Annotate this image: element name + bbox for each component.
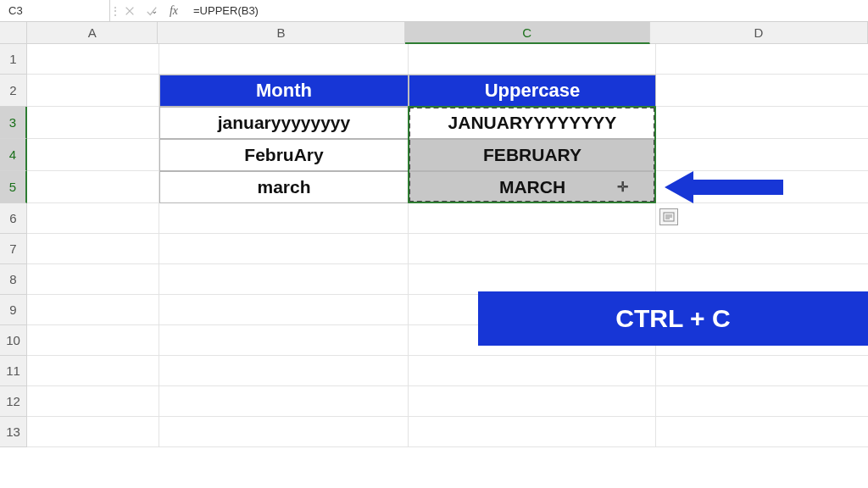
- cell-C1[interactable]: [409, 44, 656, 75]
- cell-A13[interactable]: [27, 417, 159, 447]
- cell-C13[interactable]: [409, 417, 656, 447]
- cell-B13[interactable]: [159, 417, 409, 447]
- accept-formula-icon[interactable]: [141, 0, 163, 21]
- row-header-7[interactable]: 7: [0, 234, 27, 264]
- svg-marker-1: [665, 171, 783, 203]
- cell-B1[interactable]: [159, 44, 409, 75]
- col-header-A[interactable]: A: [27, 22, 158, 44]
- row-header-9[interactable]: 9: [0, 295, 27, 325]
- cell-D6[interactable]: [656, 203, 868, 234]
- cell-D4[interactable]: [656, 139, 868, 171]
- table-header-uppercase[interactable]: Uppercase: [409, 75, 656, 107]
- cell-D13[interactable]: [656, 417, 868, 447]
- cell-B11[interactable]: [159, 356, 409, 386]
- spreadsheet-grid[interactable]: ABCD 12345678910111213 MonthUppercasejan…: [0, 22, 868, 488]
- cell-C11[interactable]: [409, 356, 656, 386]
- cell-upper-3[interactable]: JANUARYYYYYYYY: [409, 107, 656, 139]
- row-header-3[interactable]: 3: [0, 107, 27, 139]
- shortcut-banner: CTRL + C: [478, 291, 868, 346]
- cell-B6[interactable]: [159, 203, 409, 234]
- cell-B8[interactable]: [159, 264, 409, 295]
- cell-A11[interactable]: [27, 356, 159, 386]
- column-headers: ABCD: [27, 22, 868, 44]
- cell-B12[interactable]: [159, 386, 409, 417]
- col-header-D[interactable]: D: [650, 22, 868, 44]
- fx-icon[interactable]: fx: [163, 0, 185, 21]
- cell-D11[interactable]: [656, 356, 868, 386]
- formula-bar-grip-icon: ⋮: [110, 0, 119, 21]
- cell-C7[interactable]: [409, 234, 656, 264]
- row-header-6[interactable]: 6: [0, 203, 27, 234]
- annotation-arrow-icon: [665, 168, 783, 207]
- cell-D1[interactable]: [656, 44, 868, 75]
- cell-upper-5[interactable]: MARCH: [409, 171, 656, 203]
- cell-C6[interactable]: [409, 203, 656, 234]
- cell-D8[interactable]: [656, 264, 868, 295]
- cell-A5[interactable]: [27, 171, 159, 203]
- cell-D7[interactable]: [656, 234, 868, 264]
- row-header-2[interactable]: 2: [0, 75, 27, 107]
- cell-A2[interactable]: [27, 75, 159, 107]
- row-header-10[interactable]: 10: [0, 325, 27, 356]
- col-header-B[interactable]: B: [158, 22, 404, 44]
- cell-A7[interactable]: [27, 234, 159, 264]
- cell-D3[interactable]: [656, 107, 868, 139]
- row-header-4[interactable]: 4: [0, 139, 27, 171]
- cell-A3[interactable]: [27, 107, 159, 139]
- row-header-11[interactable]: 11: [0, 356, 27, 386]
- cell-month-5[interactable]: march: [159, 171, 409, 203]
- row-header-5[interactable]: 5: [0, 171, 27, 203]
- row-headers: 12345678910111213: [0, 44, 27, 488]
- cell-A1[interactable]: [27, 44, 159, 75]
- formula-input[interactable]: [185, 0, 868, 21]
- cell-B7[interactable]: [159, 234, 409, 264]
- cell-B10[interactable]: [159, 325, 409, 356]
- row-header-12[interactable]: 12: [0, 386, 27, 417]
- cell-B9[interactable]: [159, 295, 409, 325]
- cell-A9[interactable]: [27, 295, 159, 325]
- cells-area[interactable]: MonthUppercasejanuaryyyyyyyyJANUARYYYYYY…: [27, 44, 868, 488]
- table-header-month[interactable]: Month: [159, 75, 409, 107]
- cell-A10[interactable]: [27, 325, 159, 356]
- cell-D2[interactable]: [656, 75, 868, 107]
- row-header-13[interactable]: 13: [0, 417, 27, 447]
- cell-A8[interactable]: [27, 264, 159, 295]
- select-all-corner[interactable]: [0, 22, 27, 44]
- cell-C8[interactable]: [409, 264, 656, 295]
- cell-upper-4[interactable]: FEBRUARY: [409, 139, 656, 171]
- cell-A4[interactable]: [27, 139, 159, 171]
- formula-bar: ⌄ ⋮ fx: [0, 0, 868, 22]
- row-header-8[interactable]: 8: [0, 264, 27, 295]
- row-header-1[interactable]: 1: [0, 44, 27, 75]
- name-box-container: ⌄: [0, 0, 110, 21]
- cell-month-3[interactable]: januaryyyyyyyy: [159, 107, 409, 139]
- cell-A6[interactable]: [27, 203, 159, 234]
- cell-D12[interactable]: [656, 386, 868, 417]
- cell-C12[interactable]: [409, 386, 656, 417]
- cell-A12[interactable]: [27, 386, 159, 417]
- autofill-options-icon[interactable]: [659, 208, 678, 225]
- col-header-C[interactable]: C: [405, 22, 650, 44]
- cancel-formula-icon[interactable]: [119, 0, 141, 21]
- cell-month-4[interactable]: FebruAry: [159, 139, 409, 171]
